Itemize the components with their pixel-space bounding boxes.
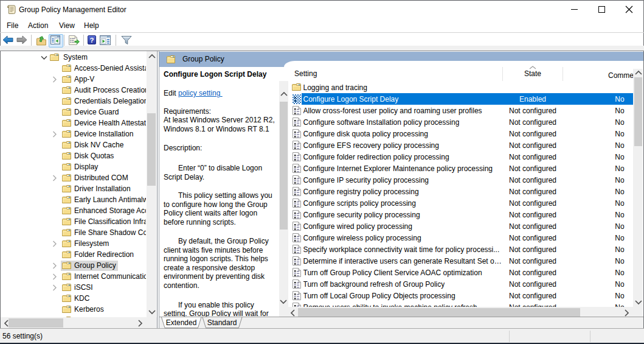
svg-text:Extended: Extended (166, 318, 197, 327)
svg-text:Standard: Standard (207, 318, 237, 327)
svg-text:?: ? (89, 37, 94, 44)
